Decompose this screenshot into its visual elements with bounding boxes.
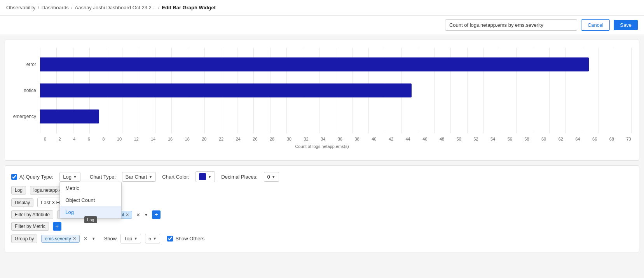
bars-area [40, 48, 631, 133]
dropdown-item-metric[interactable]: Metric [60, 182, 121, 194]
log-dropdown-wrap[interactable]: Log ▼ Metric Object Count Log Log [59, 172, 80, 182]
config-row-filter-metric: Filter by Metric + [11, 222, 633, 231]
breadcrumb-current-page: Edit Bar Graph Widget [162, 5, 216, 10]
filter-tag-close-icon[interactable]: ✕ [126, 212, 129, 217]
show-others-text: Show Others [175, 236, 204, 242]
chart-type-label: Chart Type: [90, 174, 116, 180]
num-arrow-icon: ▼ [153, 236, 157, 241]
x-tick: 20 [202, 137, 206, 141]
dropdown-item-log[interactable]: Log Log [60, 206, 121, 218]
x-tick: 16 [168, 137, 173, 141]
x-tick: 48 [440, 137, 444, 141]
chart-type-value: Bar Chart [126, 174, 147, 180]
x-tick: 60 [541, 137, 546, 141]
chart-type-select[interactable]: Bar Chart ▼ [122, 172, 156, 182]
top-select[interactable]: Top ▼ [120, 234, 141, 243]
x-tick: 54 [490, 137, 495, 141]
grid-line [631, 48, 632, 133]
x-tick: 4 [73, 137, 75, 141]
top-bar: Cancel Save [0, 16, 644, 35]
x-tick: 52 [473, 137, 478, 141]
decimal-places-label: Decimal Places: [221, 174, 257, 180]
x-tick: 70 [626, 137, 631, 141]
x-tick: 42 [389, 137, 393, 141]
num-value: 5 [148, 236, 151, 242]
breadcrumb-dashboard-name[interactable]: Aashay Joshi Dashboard Oct 23 2... [75, 5, 156, 10]
x-tick: 8 [102, 137, 105, 141]
x-tick: 0 [44, 137, 46, 141]
save-button[interactable]: Save [614, 20, 638, 30]
query-type-arrow-icon: ▼ [73, 175, 77, 179]
color-swatch-icon [199, 173, 206, 180]
display-label: Display [11, 198, 33, 207]
x-tick: 34 [321, 137, 325, 141]
x-tick: 10 [117, 137, 122, 141]
query-type-value: Log [63, 174, 72, 180]
bar-row [40, 106, 631, 127]
x-tick: 56 [508, 137, 512, 141]
x-tick: 22 [219, 137, 223, 141]
breadcrumb-observability[interactable]: Observability [6, 5, 35, 10]
x-tick: 26 [253, 137, 257, 141]
x-tick: 50 [457, 137, 461, 141]
chart-type-arrow-icon: ▼ [148, 175, 152, 179]
show-others-label[interactable]: Show Others [167, 236, 204, 242]
y-label-notice: notice [24, 88, 36, 93]
log-row-label: Log [11, 186, 26, 195]
filter-attribute-label: Filter by Attribute [11, 210, 53, 219]
y-label-error: error [26, 62, 36, 67]
x-tick: 62 [558, 137, 563, 141]
bar-emergency [40, 109, 99, 123]
filter-metric-add-button[interactable]: + [53, 222, 61, 231]
x-tick: 6 [88, 137, 90, 141]
x-tick: 40 [372, 137, 376, 141]
x-tick: 38 [354, 137, 359, 141]
query-checkbox-label[interactable]: A) Query Type: [11, 174, 53, 180]
group-by-tag-close-icon[interactable]: ✕ [73, 236, 76, 241]
breadcrumb-dashboards[interactable]: Dashboards [42, 5, 69, 10]
x-tick: 18 [185, 137, 190, 141]
filter-attribute-add-button[interactable]: + [152, 210, 161, 219]
x-tick: 2 [59, 137, 61, 141]
query-type-dropdown[interactable]: Metric Object Count Log Log [59, 182, 122, 219]
breadcrumb-sep-2: / [71, 5, 73, 10]
x-tick: 58 [524, 137, 529, 141]
top-value: Top [124, 236, 132, 242]
cancel-button[interactable]: Cancel [581, 19, 610, 31]
x-tick: 46 [422, 137, 427, 141]
bar-notice [40, 83, 412, 97]
x-tick: 28 [270, 137, 274, 141]
filter-attribute-clear-icon[interactable]: ✕ [136, 212, 140, 218]
bar-error [40, 57, 589, 71]
chart-color-select[interactable]: ▼ [195, 171, 215, 182]
x-axis-title: Count of logs.netapp.ems(s) [13, 144, 631, 149]
chart-area: error notice emergency 02468101214161820… [13, 48, 631, 149]
query-type-select[interactable]: Log ▼ [59, 172, 80, 182]
bar-row [40, 54, 631, 75]
num-select[interactable]: 5 ▼ [145, 234, 160, 243]
query-checkbox[interactable] [11, 174, 17, 180]
x-tick: 24 [236, 137, 241, 141]
show-label: Show [104, 236, 117, 242]
x-tick: 44 [406, 137, 410, 141]
config-row-group-by: Group by ems.severity ✕ ✕ ▼ Show Top ▼ 5… [11, 234, 633, 243]
x-tick: 66 [592, 137, 597, 141]
group-by-clear-icon[interactable]: ✕ [84, 236, 88, 242]
widget-title-input[interactable] [445, 19, 577, 31]
filter-attribute-dropdown-icon[interactable]: ▼ [144, 213, 148, 217]
dropdown-item-object-count[interactable]: Object Count [60, 194, 121, 206]
chart-inner: error notice emergency [13, 48, 631, 133]
x-tick: 32 [304, 137, 308, 141]
show-others-checkbox[interactable] [167, 236, 173, 242]
decimal-places-select[interactable]: 0 ▼ [264, 172, 279, 182]
y-axis-labels: error notice emergency [13, 48, 40, 133]
top-arrow-icon: ▼ [134, 236, 138, 241]
config-row-1: A) Query Type: Log ▼ Metric Object Count… [11, 171, 633, 182]
group-by-label: Group by [11, 235, 37, 243]
x-tick: 12 [134, 137, 139, 141]
decimal-places-value: 0 [267, 174, 270, 180]
chart-color-label: Chart Color: [162, 174, 189, 180]
breadcrumb: Observability / Dashboards / Aashay Josh… [0, 0, 644, 16]
x-tick: 30 [287, 137, 291, 141]
group-by-dropdown-icon[interactable]: ▼ [92, 236, 96, 241]
